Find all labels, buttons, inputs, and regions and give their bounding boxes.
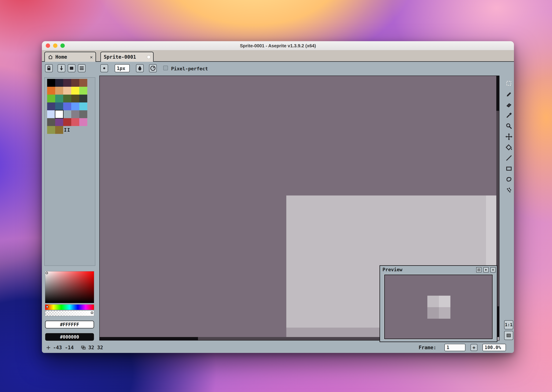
brush-dot-icon: [101, 65, 108, 72]
palette-grid: II: [47, 79, 87, 134]
pencil-icon: [505, 91, 513, 98]
palette-swatch[interactable]: [47, 79, 55, 87]
sprite-size-icon: [81, 345, 86, 350]
palette-swatch[interactable]: [71, 110, 79, 118]
palette-swatch[interactable]: [47, 110, 55, 118]
sv-marker[interactable]: [46, 272, 48, 274]
tab-home-label: Home: [55, 54, 67, 60]
lock-icon: [45, 65, 52, 72]
palette-swatch[interactable]: [47, 126, 55, 134]
preview-options-icon: [477, 268, 481, 272]
rectangular-marquee-tool-button[interactable]: [504, 79, 514, 88]
palette-swatch[interactable]: [55, 95, 63, 102]
palette-swatch[interactable]: [47, 102, 55, 110]
palette-swatch[interactable]: [71, 95, 79, 102]
palette-swatch[interactable]: [63, 95, 71, 102]
pencil-tool-button[interactable]: [504, 89, 514, 99]
palette-swatch[interactable]: [55, 126, 63, 134]
zoom-tool-button[interactable]: [504, 121, 514, 131]
line-icon: [505, 154, 513, 162]
pixel-perfect-checkbox[interactable]: [163, 66, 168, 70]
grid-icon: [506, 333, 511, 338]
contour-icon: [505, 175, 513, 183]
eyedropper-tool-button[interactable]: [504, 111, 514, 120]
palette-swatch[interactable]: [79, 110, 87, 118]
foreground-color-button[interactable]: #FFFFFF: [45, 321, 94, 329]
preview-title: Preview: [383, 267, 402, 272]
palette-swatch[interactable]: [55, 79, 63, 87]
preview-play-button[interactable]: [483, 267, 489, 273]
palette-swatch[interactable]: [79, 102, 87, 110]
background-color-button[interactable]: #000000: [45, 333, 94, 341]
left-panel: II #FFFFFF #000000: [42, 76, 99, 342]
palette-presets-button[interactable]: [68, 64, 75, 72]
paint-bucket-tool-button[interactable]: [504, 143, 514, 152]
contour-tool-button[interactable]: [504, 175, 514, 184]
palette-swatch[interactable]: [55, 102, 63, 110]
tab-bar: Home ✕ Sprite-0001: [42, 50, 514, 62]
preview-panel[interactable]: Preview: [379, 265, 497, 342]
palette-swatch[interactable]: [79, 95, 87, 102]
palette-swatch[interactable]: [71, 87, 79, 95]
hue-slider[interactable]: [45, 304, 94, 310]
brush-type-button[interactable]: [100, 64, 108, 72]
dynamics-button[interactable]: [149, 64, 157, 72]
palette-swatch[interactable]: [55, 87, 63, 95]
eraser-icon: [505, 101, 513, 108]
palette-swatch[interactable]: [63, 118, 71, 126]
saturation-value-picker[interactable]: [45, 271, 94, 303]
tab-sprite-0001[interactable]: Sprite-0001: [100, 52, 154, 62]
palette-swatch[interactable]: [47, 95, 55, 102]
palette-swatch[interactable]: [71, 79, 79, 87]
palette-swatch[interactable]: [63, 87, 71, 95]
line-tool-button[interactable]: [504, 153, 514, 163]
palette-swatch[interactable]: [79, 79, 87, 87]
palette-options-button[interactable]: [78, 64, 85, 72]
add-frame-button[interactable]: +: [470, 344, 477, 351]
tab-home[interactable]: Home ✕: [44, 52, 96, 62]
context-bar: Pixel-perfect: [42, 62, 514, 76]
zoom-one-to-one-button[interactable]: 1:1: [504, 320, 513, 329]
palette-swatch[interactable]: [63, 110, 71, 118]
palette-swatch[interactable]: [47, 87, 55, 95]
edit-palette-button[interactable]: [45, 64, 53, 72]
timeline-toggle-button[interactable]: [504, 331, 513, 340]
preview-options-button[interactable]: [476, 267, 482, 273]
unsaved-changes-dot-icon[interactable]: [147, 56, 150, 59]
tool-bar: 1:1: [504, 76, 514, 342]
brush-size-input[interactable]: [115, 64, 130, 72]
palette-swatch[interactable]: [79, 87, 87, 95]
palette-swatch[interactable]: [63, 79, 71, 87]
paint-bucket-icon: [505, 144, 513, 151]
horizontal-scrollbar-thumb[interactable]: [198, 337, 400, 340]
cursor-position-icon: [46, 345, 51, 350]
preview-close-button[interactable]: [490, 267, 496, 273]
ink-type-button[interactable]: [136, 64, 144, 72]
tab-home-close-icon[interactable]: ✕: [90, 55, 93, 60]
preview-viewport[interactable]: [384, 274, 493, 339]
palette-swatch[interactable]: [55, 118, 63, 126]
palette-resize-handle[interactable]: II: [63, 126, 71, 134]
tab-sprite-label: Sprite-0001: [104, 54, 136, 60]
preview-sprite: [427, 296, 450, 319]
zoom-level-input[interactable]: [482, 344, 506, 351]
checker-cell: [427, 296, 439, 307]
alpha-slider[interactable]: [45, 310, 94, 316]
palette-swatch[interactable]: [71, 118, 79, 126]
rectangle-tool-button[interactable]: [504, 164, 514, 173]
alpha-marker[interactable]: [91, 312, 93, 314]
palette-swatch[interactable]: [55, 110, 63, 118]
palette-sort-button[interactable]: [58, 64, 65, 72]
palette-swatch[interactable]: [71, 102, 79, 110]
window-titlebar[interactable]: Sprite-0001 - Aseprite v1.3.9.2 (x64): [42, 41, 514, 50]
blur-tool-button[interactable]: [504, 185, 514, 195]
frame-number-input[interactable]: [444, 344, 465, 351]
palette-swatch[interactable]: [63, 102, 71, 110]
hue-marker[interactable]: [46, 306, 48, 308]
eraser-tool-button[interactable]: [504, 100, 514, 109]
move-tool-button[interactable]: [504, 132, 514, 141]
home-icon: [48, 54, 53, 60]
palette-swatch[interactable]: [79, 118, 87, 126]
palette-swatch[interactable]: [47, 118, 55, 126]
checker-cell: [427, 307, 439, 319]
